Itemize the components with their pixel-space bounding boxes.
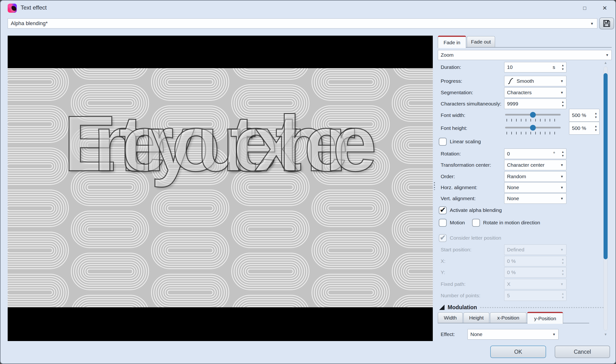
font-width-value: 500 % [572,112,592,118]
tab-width[interactable]: Width [438,312,463,323]
order-combobox[interactable]: Random ▼ [504,171,566,182]
slider-thumb[interactable] [530,125,536,130]
panel-scrollbar[interactable]: ▲ ▼ [603,61,608,336]
motion-label: Motion [450,220,465,225]
spinner-up-icon: ▲ [561,258,564,261]
duration-value: 10 [507,64,553,70]
text-effect-dialog: Text effect □ ✕ Alpha blending* ▼ [0,0,616,364]
ok-button[interactable]: OK [490,346,546,358]
slider-thumb[interactable] [530,112,536,118]
font-width-slider[interactable] [505,112,561,119]
panel-splitter-handle[interactable] [434,182,435,190]
progress-combobox[interactable]: Smooth ▼ [504,76,566,86]
font-height-spinner[interactable]: ▲▼ [593,122,599,134]
tab-y-position[interactable]: y-Position [527,312,563,324]
chevron-down-icon: ▼ [560,186,563,189]
app-logo-icon [8,4,17,13]
preset-combobox[interactable]: Alpha blending* ▼ [8,18,597,28]
chevron-down-icon: ▼ [605,53,609,57]
tab-x-position[interactable]: x-Position [490,312,526,323]
y-row: Y: 0 % ▲▼ [438,267,612,278]
segmentation-label: Segmentation: [441,87,473,98]
tab-y-position-label: y-Position [534,316,556,321]
spinner-up-icon: ▲ [561,269,564,272]
preview-area: Enteryourtexthere [8,36,433,341]
x-spinner: ▲▼ [560,256,566,266]
transformation-center-label: Transformation center: [441,159,491,170]
close-icon: ✕ [602,5,607,12]
motion-checkbox[interactable]: ✔ [439,219,447,227]
consider-letter-position-row: ✔ Consider letter position [438,233,612,244]
tab-height[interactable]: Height [463,312,489,323]
spinner-up-icon: ▲ [594,125,597,128]
characters-simultaneously-value: 9999 [507,101,558,107]
horz-alignment-combobox[interactable]: None ▼ [504,182,566,193]
fixed-path-value: X [507,281,558,287]
spinner-down-icon: ▼ [561,296,564,299]
tab-fade-out-label: Fade out [471,39,491,45]
chevron-down-icon: ▼ [560,196,563,200]
font-height-slider[interactable] [505,125,561,132]
fixed-path-label: Fixed path: [441,279,466,290]
rotation-spinner[interactable]: ▲▼ [560,149,566,158]
fixed-path-combobox: X ▼ [504,279,566,289]
save-preset-button[interactable] [599,17,614,29]
scroll-up-icon[interactable]: ▲ [603,61,608,65]
spinner-down-icon: ▼ [561,155,564,157]
spinner-down-icon: ▼ [594,116,597,119]
chevron-down-icon: ▼ [560,79,563,83]
scroll-down-icon[interactable]: ▼ [603,332,608,336]
modulation-tabs: Width Height x-Position y-Position [438,311,612,323]
linear-scaling-checkbox[interactable]: ✔ [439,138,447,146]
cancel-button-label: Cancel [574,349,591,355]
rotate-in-motion-direction-checkbox[interactable]: ✔ [472,219,480,227]
vert-alignment-row: Vert. alignment: None ▼ [438,193,612,204]
font-height-valuebox[interactable]: 500 % ▲▼ [569,122,600,135]
horz-alignment-label: Horz. alignment: [441,182,477,193]
font-height-value: 500 % [572,125,592,131]
number-of-points-value: 5 [507,293,558,299]
scrollbar-thumb[interactable] [603,73,608,259]
font-width-spinner[interactable]: ▲▼ [593,109,599,121]
modulation-header[interactable]: Modulation [439,303,603,312]
number-of-points-input: 5 ▲▼ [504,290,566,301]
chevron-down-icon: ▼ [560,248,563,252]
chevron-down-icon: ▼ [560,282,563,286]
characters-simultaneously-spinner[interactable]: ▲▼ [560,99,566,109]
modulation-effect-row: Effect: None ▼ [438,329,612,340]
tab-width-label: Width [444,315,457,321]
chevron-down-icon: ▼ [590,22,594,26]
tab-fade-out[interactable]: Fade out [467,36,495,47]
effect-type-combobox[interactable]: Zoom ▼ [438,50,612,60]
spinner-down-icon: ▼ [561,68,564,71]
activate-alpha-blending-checkbox[interactable]: ✔ [439,206,447,214]
cancel-button[interactable]: Cancel [555,346,610,358]
spinner-up-icon: ▲ [561,101,564,103]
vert-alignment-combobox[interactable]: None ▼ [504,193,566,204]
transformation-center-value: Character center [507,162,558,168]
order-row: Order: Random ▼ [438,171,612,182]
collapse-triangle-icon [439,305,445,310]
characters-simultaneously-input[interactable]: 9999 ▲▼ [504,99,566,109]
duration-spinner[interactable]: ▲▼ [560,62,566,72]
font-width-valuebox[interactable]: 500 % ▲▼ [569,109,600,122]
segmentation-combobox[interactable]: Characters ▼ [504,87,566,98]
transformation-center-combobox[interactable]: Character center ▼ [504,160,566,170]
maximize-button[interactable]: □ [579,4,590,13]
duration-input[interactable]: 10 s ▲▼ [504,62,566,72]
rotation-input[interactable]: 0 ° ▲▼ [504,148,566,159]
activate-alpha-blending-label: Activate alpha blending [450,207,502,213]
preview-effect-text: Enteryourtexthere [8,104,433,183]
y-spinner: ▲▼ [560,268,566,277]
check-icon: ✔ [440,233,446,242]
preset-value: Alpha blending* [11,20,48,26]
chevron-down-icon: ▼ [552,332,556,336]
close-button[interactable]: ✕ [599,4,610,13]
duration-row: Duration: 10 s ▲▼ [438,62,612,73]
check-icon: ✔ [440,206,446,214]
rotation-unit: ° [553,151,555,157]
window-title: Text effect [21,4,47,11]
modulation-effect-combobox[interactable]: None ▼ [467,329,559,340]
y-label: Y: [441,267,445,278]
tab-fade-in[interactable]: Fade in [438,36,466,48]
